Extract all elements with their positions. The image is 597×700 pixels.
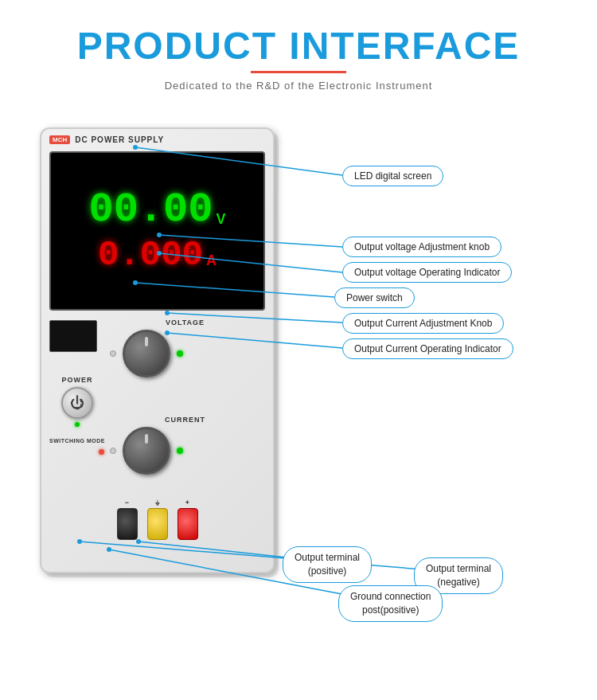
annotation-voltage-indicator: Output voltage Operating Indicator [342,262,512,283]
annotation-terminal-negative: Output terminal(negative) [414,557,503,594]
led-screen: 00.00 V 0.000 A [49,151,265,311]
power-indicator-dot [75,422,80,427]
switching-mode-dot [99,449,104,455]
page-header: PRODUCT INTERFACE Dedicated to the R&D o… [0,0,597,92]
voltage-knob[interactable] [123,330,170,377]
voltage-section-label: VOLTAGE [105,319,265,327]
terminal-negative-post [117,508,138,540]
power-section: POWER ⏻ [49,376,105,427]
terminal-row: − ⏚ + [49,476,265,540]
voltage-display: 00.00 V [88,190,225,231]
terminal-negative: − [117,499,138,540]
terminal-positive-post [178,508,198,540]
voltage-knob-row [105,330,265,377]
small-screen [49,320,97,352]
current-unit: A [206,252,217,269]
voltage-unit: V [217,211,226,228]
power-label: POWER [49,376,105,384]
current-knob-row [105,427,265,475]
page-title: PRODUCT INTERFACE [0,24,597,68]
voltage-section: VOLTAGE [105,319,265,390]
switching-label: SWITCHING MODE [49,438,105,444]
power-button[interactable]: ⏻ [61,387,93,419]
terminal-ground-label: ⏚ [155,499,159,506]
terminal-ground-post [147,508,168,540]
device-area: MCH DC POWER SUPPLY 00.00 V 0.000 A VOLT… [24,111,295,605]
current-value: 0.000 [98,237,203,272]
annotation-terminal-positive: Output terminal(positive) [283,546,372,583]
annotation-power-switch: Power switch [334,287,415,308]
annotation-voltage-knob: Output voltage Adjustment knob [342,237,501,257]
annotation-ground-post: Ground connectionpost(positive) [338,585,443,622]
brand-badge: MCH [49,135,70,144]
model-label: DC POWER SUPPLY [75,135,164,144]
current-display: 0.000 A [98,237,217,272]
voltage-indicator-dot [177,350,183,357]
power-icon: ⏻ [70,395,84,412]
current-section-label: CURRENT [105,416,265,424]
terminal-negative-label: − [125,499,129,506]
current-knob[interactable] [123,427,170,475]
current-indicator-dot [177,448,183,454]
terminal-positive: + [178,499,198,540]
annotation-led-screen: LED digital screen [342,166,443,186]
psu-body: MCH DC POWER SUPPLY 00.00 V 0.000 A VOLT… [40,127,275,573]
terminal-ground: ⏚ [147,499,168,540]
annotation-current-knob: Output Current Adjustment Knob [342,313,504,334]
terminal-positive-label: + [185,499,189,506]
label-bar: MCH DC POWER SUPPLY [49,135,265,144]
annotation-current-indicator: Output Current Operating Indicator [342,338,513,359]
title-underline [251,71,346,73]
voltage-value: 00.00 [88,190,213,231]
page-subtitle: Dedicated to the R&D of the Electronic I… [0,80,597,92]
